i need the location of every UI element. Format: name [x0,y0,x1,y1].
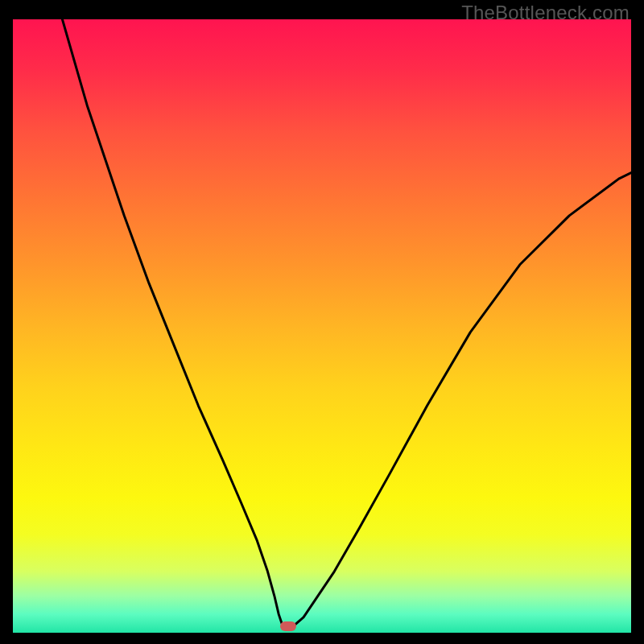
bottleneck-curve [13,19,631,633]
optimal-point-marker [280,621,296,631]
chart-area [13,19,631,633]
